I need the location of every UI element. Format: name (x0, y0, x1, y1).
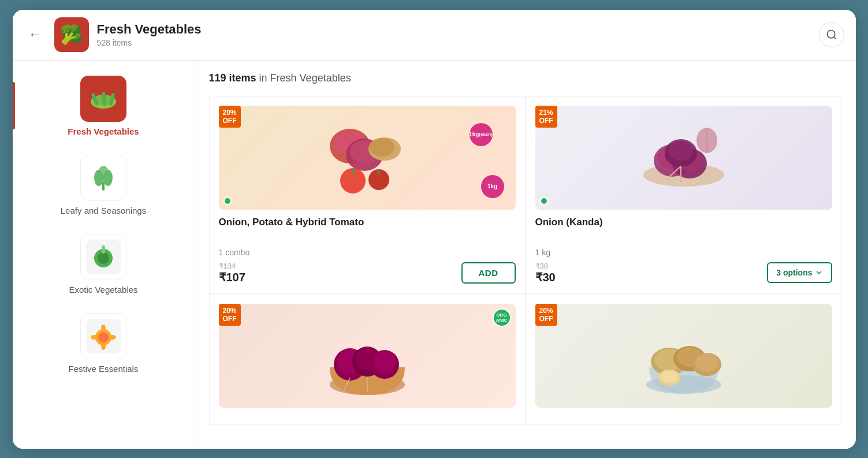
search-button[interactable] (819, 22, 844, 47)
fresh-vegetables-icon (80, 76, 126, 122)
weight-tag-1kg: 1kg (481, 175, 504, 198)
product-qty-2: 1 kg (535, 248, 832, 257)
sidebar-label-exotic: Exotic Vegetables (69, 285, 137, 295)
sidebar: Fresh Vegetables Leafy and Seasonings (13, 61, 195, 449)
price-group-2: ₹38 ₹30 (535, 262, 556, 284)
svg-rect-32 (352, 169, 354, 174)
options-label-2: 3 options (776, 268, 812, 277)
discount-badge-1: 20%OFF (219, 106, 241, 128)
content-in-label: in (259, 72, 270, 84)
svg-point-21 (101, 343, 106, 350)
weight-tag-1kg-each: 1kg(each) (470, 123, 493, 146)
product-illustration-2 (626, 111, 742, 204)
product-image-4 (535, 304, 832, 408)
product-illustration-4 (626, 310, 742, 402)
svg-rect-33 (378, 170, 379, 174)
items-count: 528 items (97, 38, 819, 47)
chevron-down-icon (815, 269, 823, 277)
search-icon (826, 29, 837, 40)
svg-point-10 (94, 170, 103, 186)
svg-point-56 (695, 353, 718, 372)
product-pricing-1: ₹134 ₹107 ADD (219, 262, 516, 284)
add-button-1[interactable]: ADD (461, 262, 516, 284)
options-button-2[interactable]: 3 options (767, 262, 832, 283)
organic-badge-3: ORGANIC (493, 308, 511, 327)
product-illustration-1 (310, 111, 425, 204)
discount-badge-3: 20%OFF (219, 304, 241, 326)
content-area: 119 items in Fresh Vegetables 20%OFF (195, 61, 856, 449)
price-original-1: ₹134 (219, 262, 245, 270)
discount-badge-4: 20%OFF (535, 304, 557, 326)
products-grid: 20%OFF (209, 96, 842, 425)
sidebar-item-exotic-vegetables[interactable]: Exotic Vegetables (13, 225, 195, 304)
freshness-indicator-2 (540, 197, 548, 205)
product-card-red-onion[interactable]: 20%OFF (209, 294, 526, 425)
svg-point-29 (369, 138, 394, 157)
product-name-1: Onion, Potato & Hybrid Tomato (219, 217, 516, 242)
svg-rect-16 (102, 245, 105, 254)
sidebar-item-festive-essentials[interactable]: Festive Essentials (13, 304, 195, 383)
svg-line-1 (833, 37, 836, 39)
product-name-2: Onion (Kanda) (535, 217, 832, 242)
header-text: Fresh Vegetables 528 items (97, 22, 819, 47)
product-card-onion-kanda[interactable]: 21%OFF (526, 96, 842, 294)
svg-point-23 (109, 335, 116, 340)
product-pricing-2: ₹38 ₹30 3 options (535, 262, 832, 284)
product-image-1: 1kg(each) 1kg (219, 106, 516, 210)
page-title: Fresh Vegetables (97, 22, 819, 37)
leafy-seasonings-icon (80, 155, 126, 201)
svg-point-58 (661, 371, 678, 382)
svg-point-11 (103, 170, 113, 186)
content-category-name: Fresh Vegetables (270, 72, 351, 84)
svg-point-15 (98, 252, 109, 264)
svg-rect-12 (102, 183, 105, 191)
price-current-1: ₹107 (219, 270, 245, 284)
product-illustration-3 (310, 310, 425, 402)
app-container: ← 🥦 Fresh Vegetables 528 items (13, 10, 856, 449)
sidebar-label-fresh-vegetables: Fresh Vegetables (68, 126, 139, 136)
svg-point-40 (669, 141, 693, 161)
body: Fresh Vegetables Leafy and Seasonings (13, 61, 856, 449)
product-card-onion-potato[interactable]: 20%OFF (209, 96, 526, 294)
exotic-icon (80, 234, 126, 280)
svg-point-19 (98, 332, 109, 342)
svg-point-22 (91, 335, 98, 340)
product-image-3: ORGANIC (219, 304, 516, 408)
content-header: 119 items in Fresh Vegetables (209, 72, 842, 84)
content-items-count: 119 items (209, 72, 256, 84)
svg-point-20 (101, 325, 106, 332)
product-card-potato[interactable]: 20%OFF (526, 294, 842, 425)
sidebar-label-leafy: Leafy and Seasonings (61, 206, 146, 215)
sidebar-label-festive: Festive Essentials (69, 364, 139, 374)
sidebar-item-leafy-seasonings[interactable]: Leafy and Seasonings (13, 146, 195, 225)
back-button[interactable]: ← (24, 25, 46, 44)
sidebar-item-fresh-vegetables[interactable]: Fresh Vegetables (13, 66, 195, 146)
category-icon: 🥦 (54, 17, 89, 52)
price-current-2: ₹30 (535, 270, 556, 284)
price-group-1: ₹134 ₹107 (219, 262, 245, 284)
header: ← 🥦 Fresh Vegetables 528 items (13, 10, 856, 61)
product-image-2 (535, 106, 832, 210)
svg-point-49 (374, 351, 396, 373)
price-original-2: ₹38 (535, 262, 556, 270)
discount-badge-2: 21%OFF (535, 106, 557, 128)
product-qty-1: 1 combo (219, 248, 516, 257)
festive-icon (80, 313, 126, 359)
freshness-indicator-1 (223, 197, 232, 205)
